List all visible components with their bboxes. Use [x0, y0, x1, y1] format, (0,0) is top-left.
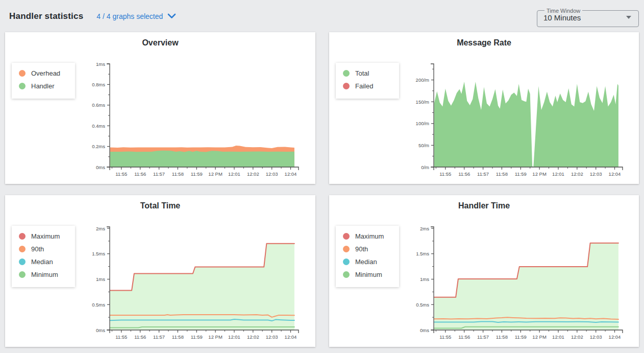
time-window-select[interactable]: Time Window 10 Minutes	[537, 8, 639, 27]
svg-text:12 PM: 12 PM	[208, 171, 222, 177]
legend-label: 90th	[31, 245, 44, 253]
legend-label: Failed	[355, 82, 373, 90]
legend-item-minimum[interactable]: Minimum	[336, 271, 399, 278]
svg-text:11:59: 11:59	[191, 334, 203, 340]
svg-text:0ms: 0ms	[96, 327, 105, 333]
time-window-value: 10 Minutes	[543, 13, 581, 22]
svg-text:1.5ms: 1.5ms	[416, 251, 429, 256]
svg-text:12:03: 12:03	[266, 171, 278, 177]
chart-legend: Maximum90thMedianMinimum	[12, 226, 75, 287]
legend-item-maximum[interactable]: Maximum	[12, 232, 75, 240]
page-header: Handler statistics 4 / 4 graphs selected…	[0, 0, 644, 32]
legend-label: Median	[31, 258, 53, 266]
svg-text:12:04: 12:04	[609, 171, 621, 177]
legend-item-median[interactable]: Median	[12, 258, 75, 266]
legend-item-90th[interactable]: 90th	[12, 245, 75, 253]
svg-text:12 PM: 12 PM	[532, 334, 547, 340]
svg-text:12:01: 12:01	[228, 334, 240, 340]
svg-text:11:59: 11:59	[515, 171, 527, 177]
legend-item-total[interactable]: Total	[336, 69, 399, 77]
svg-text:12:04: 12:04	[609, 334, 621, 340]
message-rate-chart-canvas: 0/m50/m100/m150/m200/m11:5511:5611:5711:…	[406, 53, 630, 180]
svg-text:50/m: 50/m	[418, 143, 429, 148]
svg-text:12:04: 12:04	[285, 171, 297, 177]
chart-title-total-time: Total Time	[5, 201, 315, 210]
legend-label: Maximum	[31, 232, 60, 240]
legend-color-dot-icon	[343, 70, 350, 77]
svg-text:11:59: 11:59	[515, 334, 527, 340]
svg-text:0ms: 0ms	[96, 164, 105, 170]
legend-color-dot-icon	[343, 246, 350, 252]
chart-title-message-rate: Message Rate	[329, 38, 639, 48]
legend-item-failed[interactable]: Failed	[336, 82, 399, 90]
legend-color-dot-icon	[19, 233, 26, 240]
legend-color-dot-icon	[343, 83, 350, 89]
chart-card-message-rate: Message Rate TotalFailed 0/m50/m100/m150…	[329, 32, 639, 184]
legend-label: Minimum	[355, 271, 382, 278]
chart-card-handler-time: Handler Time Maximum90thMedianMinimum 0m…	[329, 195, 639, 347]
svg-text:11:57: 11:57	[153, 171, 165, 177]
legend-item-90th[interactable]: 90th	[336, 245, 399, 253]
svg-text:12:03: 12:03	[590, 334, 602, 340]
svg-text:11:55: 11:55	[115, 171, 127, 177]
svg-text:12:04: 12:04	[285, 334, 297, 340]
legend-label: Median	[355, 258, 377, 266]
svg-text:11:57: 11:57	[477, 334, 489, 340]
total-time-chart-canvas: 0ms0.5ms1ms1.5ms2ms11:5511:5611:5711:581…	[82, 216, 306, 343]
svg-text:12:03: 12:03	[266, 334, 278, 340]
svg-text:11:57: 11:57	[477, 171, 489, 177]
chart-legend: TotalFailed	[336, 63, 399, 99]
graph-selector-label: 4 / 4 graphs selected	[96, 12, 163, 20]
svg-text:11:56: 11:56	[458, 334, 470, 340]
svg-text:12:02: 12:02	[571, 334, 583, 340]
svg-text:11:55: 11:55	[439, 171, 451, 177]
legend-label: Handler	[31, 82, 55, 90]
svg-text:12 PM: 12 PM	[532, 171, 547, 177]
svg-text:1ms: 1ms	[96, 276, 105, 282]
legend-label: Minimum	[31, 271, 58, 278]
svg-text:1ms: 1ms	[420, 276, 429, 282]
legend-item-handler[interactable]: Handler	[12, 82, 75, 90]
svg-text:12:01: 12:01	[552, 171, 564, 177]
legend-color-dot-icon	[19, 258, 26, 265]
legend-label: Maximum	[355, 232, 384, 240]
svg-text:11:55: 11:55	[439, 334, 451, 340]
svg-text:1ms: 1ms	[96, 61, 105, 67]
svg-text:11:56: 11:56	[134, 171, 146, 177]
svg-text:12:01: 12:01	[552, 334, 564, 340]
legend-label: Overhead	[31, 69, 60, 77]
legend-item-minimum[interactable]: Minimum	[12, 271, 75, 278]
svg-text:0.6ms: 0.6ms	[92, 102, 105, 108]
legend-item-maximum[interactable]: Maximum	[336, 232, 399, 240]
svg-text:1.5ms: 1.5ms	[92, 251, 105, 256]
svg-text:12:03: 12:03	[590, 171, 602, 177]
legend-label: Total	[355, 69, 369, 77]
svg-text:11:55: 11:55	[115, 334, 127, 340]
svg-text:11:56: 11:56	[458, 171, 470, 177]
legend-color-dot-icon	[19, 246, 26, 252]
svg-text:11:58: 11:58	[496, 171, 508, 177]
svg-text:11:56: 11:56	[134, 334, 146, 340]
chart-legend: Maximum90thMedianMinimum	[336, 226, 399, 287]
svg-text:150/m: 150/m	[416, 99, 429, 105]
svg-text:0.4ms: 0.4ms	[92, 123, 105, 129]
legend-color-dot-icon	[19, 271, 26, 278]
legend-color-dot-icon	[19, 83, 26, 89]
legend-color-dot-icon	[343, 233, 350, 240]
svg-text:200/m: 200/m	[416, 77, 429, 83]
svg-text:0.2ms: 0.2ms	[92, 144, 105, 149]
svg-text:12:02: 12:02	[571, 171, 583, 177]
legend-color-dot-icon	[19, 70, 26, 77]
chevron-down-icon	[167, 13, 176, 19]
legend-item-median[interactable]: Median	[336, 258, 399, 266]
svg-text:11:58: 11:58	[172, 334, 184, 340]
svg-text:0.8ms: 0.8ms	[92, 82, 105, 87]
graph-selector-dropdown[interactable]: 4 / 4 graphs selected	[96, 12, 176, 20]
svg-text:0.5ms: 0.5ms	[92, 302, 105, 308]
legend-item-overhead[interactable]: Overhead	[12, 69, 75, 77]
svg-text:0/m: 0/m	[421, 164, 429, 170]
svg-text:12:02: 12:02	[247, 171, 259, 177]
svg-text:2ms: 2ms	[420, 226, 429, 231]
chart-title-overview: Overview	[5, 38, 315, 48]
legend-label: 90th	[355, 245, 368, 253]
